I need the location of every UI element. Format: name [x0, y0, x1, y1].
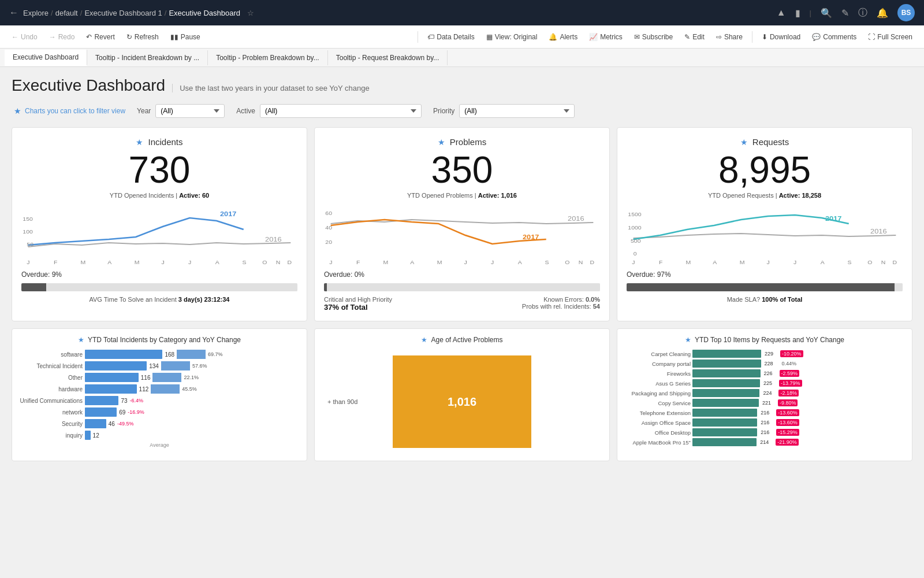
svg-text:2016: 2016 — [870, 228, 887, 235]
incidents-kpi-card[interactable]: ★ Incidents 730 YTD Opened Incidents | A… — [12, 127, 307, 321]
tab-executive-dashboard[interactable]: Executive Dashboard — [5, 50, 87, 66]
problems-kpi-card[interactable]: ★ Problems 350 YTD Opened Problems | Act… — [314, 127, 610, 321]
view-original-button[interactable]: ▦ View: Original — [482, 31, 542, 43]
svg-text:J: J — [793, 260, 796, 265]
top10-value: 225 — [763, 380, 776, 386]
top10-bar-fill — [692, 409, 757, 417]
subscribe-button[interactable]: ✉ Subscribe — [629, 31, 677, 43]
problems-overdue: Overdue: 0% — [324, 271, 600, 279]
alerts-button[interactable]: 🔔 Alerts — [544, 31, 582, 43]
requests-title: Requests — [752, 137, 789, 147]
problems-mid-section: Critical and High Priority 37% of Total … — [324, 296, 600, 312]
problems-progress-light — [327, 283, 600, 291]
requests-kpi-card[interactable]: ★ Requests 8,995 YTD Opened Requests | A… — [617, 127, 912, 321]
svg-text:A: A — [713, 260, 717, 265]
problems-sparkline: 2017 2016 J F M A M J J A S O N D 60 — [324, 203, 600, 267]
filter-hint: ★ Charts you can click to filter view — [14, 106, 125, 116]
comments-icon: 💬 — [812, 33, 821, 41]
bar-label: Other — [19, 375, 83, 381]
top10-pct: -9.80% — [778, 399, 798, 406]
bar-value: 69 — [119, 409, 125, 416]
age-problems-chart[interactable]: ★ Age of Active Problems + than 90d 1,01… — [314, 328, 610, 461]
top10-requests-chart[interactable]: ★ YTD Top 10 Items by Requests and YoY C… — [617, 328, 912, 461]
bar-fill — [85, 431, 91, 440]
help-icon[interactable]: ⓘ — [858, 7, 867, 19]
year-select[interactable]: (All) — [155, 104, 225, 118]
age-orange-block: 1,016 — [393, 355, 531, 448]
top10-bar-row: Assign Office Space216-13.60% — [624, 418, 905, 427]
problems-progress — [324, 283, 600, 291]
bar-label: Security — [19, 421, 83, 427]
mobile-icon[interactable]: ▲ — [777, 8, 786, 18]
breadcrumb-explore[interactable]: Explore — [23, 9, 49, 17]
edit-button[interactable]: ✎ Edit — [680, 31, 709, 43]
redo-button[interactable]: → Redo — [44, 31, 80, 43]
bar-wrap: 13457.6% — [85, 361, 300, 370]
top10-pct: -13.60% — [776, 409, 799, 416]
priority-select[interactable]: (All) — [459, 104, 575, 118]
edit-pencil-icon[interactable]: ✎ — [841, 8, 849, 18]
bar-row: Security46-49.5% — [19, 419, 300, 428]
bell-icon[interactable]: 🔔 — [877, 8, 888, 18]
search-icon[interactable]: 🔍 — [821, 8, 832, 18]
bar-pct: 69.7% — [208, 351, 223, 357]
top10-bar-row: Telephone Extension216-13.60% — [624, 409, 905, 417]
incidents-category-chart[interactable]: ★ YTD Total Incidents by Category and Yo… — [12, 328, 307, 461]
fullscreen-button[interactable]: ⛶ Full Screen — [863, 31, 917, 43]
top10-value: 216 — [761, 429, 773, 435]
year-filter-group: Year (All) — [137, 104, 225, 118]
data-details-button[interactable]: 🏷 Data Details — [423, 31, 479, 43]
revert-button[interactable]: ↶ Revert — [81, 31, 119, 43]
metrics-button[interactable]: 📈 Metrics — [584, 31, 627, 43]
problems-subtitle: YTD Opened Problems | Active: 1,016 — [324, 192, 600, 199]
svg-text:2017: 2017 — [523, 234, 539, 241]
hint-star-icon: ★ — [14, 106, 21, 116]
share-button[interactable]: ⇨ Share — [711, 31, 747, 43]
svg-text:S: S — [847, 260, 852, 265]
top10-value: 228 — [765, 361, 777, 366]
download-button[interactable]: ⬇ Download — [757, 31, 805, 43]
top10-item-label: Office Desktop — [624, 429, 691, 436]
tab-request-breakdown[interactable]: Tooltip - Request Breakdown by... — [328, 50, 448, 65]
comments-button[interactable]: 💬 Comments — [807, 31, 861, 43]
yoy-bar — [177, 350, 206, 359]
active-select[interactable]: (All) — [260, 104, 422, 118]
breadcrumb-dashboard1[interactable]: Executive Dashboard 1 — [84, 9, 162, 17]
top10-bar-fill — [692, 360, 761, 368]
redo-icon: → — [49, 33, 56, 41]
incidents-sparkline: 2017 2016 J F M A M J J A S O N D 150 — [21, 203, 297, 267]
pause-button[interactable]: ▮▮ Pause — [166, 31, 205, 43]
tablet-icon[interactable]: ▮ — [795, 8, 800, 18]
bar-label: Technical Incident — [19, 363, 83, 369]
tab-problem-breakdown[interactable]: Tooltip - Problem Breakdown by... — [208, 50, 328, 65]
top10-pct: -2.18% — [778, 390, 799, 397]
refresh-button[interactable]: ↻ Refresh — [122, 31, 163, 43]
svg-text:1500: 1500 — [628, 212, 642, 217]
requests-sparkline: 2017 2016 J F M A M J J A S O N D 1500 — [627, 203, 903, 267]
incidents-header: ★ Incidents — [21, 137, 297, 147]
top10-bar-row: Apple MacBook Pro 15"214-21.90% — [624, 438, 905, 446]
bar-label: network — [19, 409, 83, 416]
svg-text:50: 50 — [27, 242, 33, 247]
undo-button[interactable]: ← Undo — [7, 31, 42, 43]
problems-header: ★ Problems — [324, 137, 600, 147]
avatar[interactable]: BS — [897, 4, 915, 21]
svg-text:S: S — [242, 260, 247, 265]
svg-text:A: A — [215, 260, 220, 265]
back-button[interactable]: ← — [9, 8, 18, 18]
bar-fill — [85, 350, 162, 359]
requests-progress-dark — [627, 283, 895, 291]
breadcrumb-current: Executive Dashboard — [169, 9, 240, 17]
svg-text:F: F — [356, 260, 360, 265]
top10-bar-fill — [692, 428, 757, 436]
svg-text:2017: 2017 — [220, 210, 237, 218]
favorite-icon[interactable]: ☆ — [247, 9, 254, 17]
tab-incident-breakdown[interactable]: Tooltip - Incident Breakdown by ... — [87, 50, 208, 65]
bar-value: 112 — [139, 386, 149, 392]
toolbar-right: 🏷 Data Details ▦ View: Original 🔔 Alerts… — [415, 31, 917, 43]
year-label: Year — [137, 107, 151, 115]
main-content: Executive Dashboard Use the last two yea… — [0, 67, 924, 578]
svg-text:0: 0 — [634, 251, 637, 257]
breadcrumb-default[interactable]: default — [55, 9, 78, 17]
top10-value: 224 — [763, 390, 776, 396]
